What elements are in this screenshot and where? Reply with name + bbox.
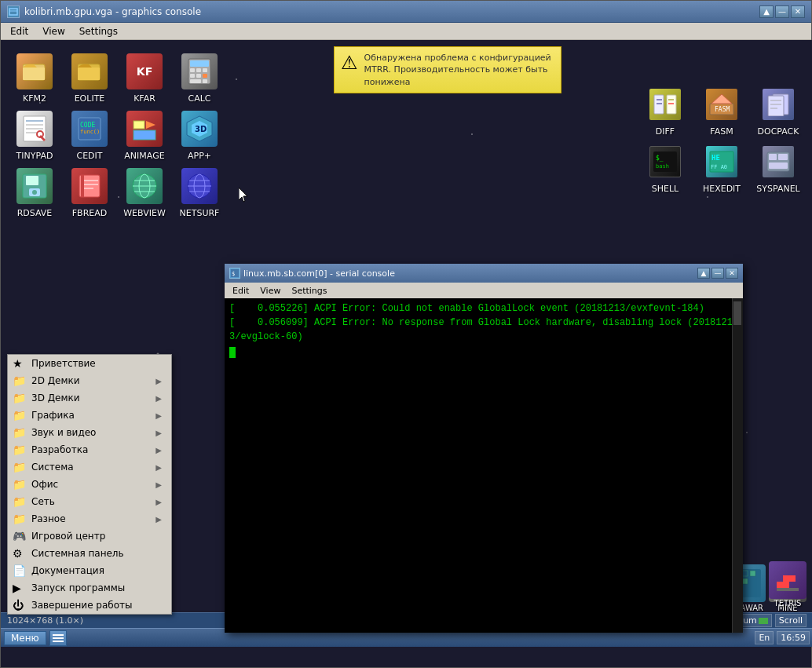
context-menu: ★ Приветствие 📁 2D Демки ▶ 📁 3D Демки ▶ … <box>7 354 172 615</box>
ctx-item-2d[interactable]: 📁 2D Демки ▶ <box>8 372 171 389</box>
icon-calc[interactable]: CALC <box>172 46 227 104</box>
ctx-icon-games: 🎮 <box>13 530 26 542</box>
ctx-label-misc: Разное <box>31 513 66 524</box>
ctx-item-misc[interactable]: 📁 Разное ▶ <box>8 510 171 527</box>
ctx-item-dev[interactable]: 📁 Разработка ▶ <box>8 441 171 458</box>
svg-rect-102 <box>777 588 799 591</box>
serial-scrollbar[interactable] <box>732 298 743 633</box>
ctx-item-graphics[interactable]: 📁 Графика ▶ <box>8 407 171 424</box>
serial-menu-settings[interactable]: Settings <box>287 285 331 297</box>
close-button[interactable]: ✕ <box>791 5 805 18</box>
tetris-label: TETRIS <box>774 599 802 608</box>
serial-minimize-btn[interactable]: ▲ <box>697 268 710 279</box>
ctx-item-audio[interactable]: 📁 Звук и видео ▶ <box>8 424 171 441</box>
ctx-item-office[interactable]: 📁 Офис ▶ <box>8 476 171 493</box>
lang-indicator[interactable]: En <box>755 631 774 644</box>
svg-text:$: $ <box>232 271 235 277</box>
ctx-arrow-2d: ▶ <box>155 377 162 385</box>
icon-docpack[interactable]: DOCPACK <box>750 79 807 137</box>
svg-rect-13 <box>203 74 207 78</box>
icon-animage[interactable]: ANIMAGE <box>117 104 172 161</box>
icon-fasm[interactable]: FASM FASM <box>693 79 750 137</box>
ctx-arrow-3d: ▶ <box>155 394 162 403</box>
svg-rect-9 <box>196 68 201 72</box>
svg-text:3D: 3D <box>195 125 207 133</box>
ctx-label-audio: Звук и видео <box>31 427 96 438</box>
main-window: kolibri.mb.gpu.vga - graphics console ▲ … <box>0 0 812 668</box>
menu-view[interactable]: View <box>36 24 71 38</box>
svg-rect-51 <box>667 95 676 114</box>
icon-tinypad[interactable]: TINYPAD <box>7 104 62 161</box>
svg-rect-87 <box>742 571 748 576</box>
svg-text:FF A0: FF A0 <box>711 164 727 170</box>
ctx-label-docs: Документация <box>31 565 104 576</box>
ctx-arrow-audio: ▶ <box>155 429 162 437</box>
start-button[interactable]: Меню <box>4 631 46 645</box>
tetris-icon[interactable]: TETRIS <box>769 561 807 608</box>
icon-fbread[interactable]: FBREAD <box>62 161 117 218</box>
icon-cedit[interactable]: CODEfunc() CEDIT <box>62 104 117 161</box>
minimize-button[interactable]: ▲ <box>759 5 774 18</box>
restore-button[interactable]: — <box>775 5 789 18</box>
serial-scroll-thumb[interactable] <box>733 301 741 325</box>
svg-rect-15 <box>203 79 207 83</box>
serial-menu-edit[interactable]: Edit <box>228 285 254 297</box>
ctx-item-syspanel[interactable]: ⚙ Системная панель <box>8 545 171 562</box>
status-resolution: 1024×768 (1.0×) <box>7 615 83 626</box>
icon-syspanel[interactable]: SYSPANEL <box>750 137 807 194</box>
taskbar-icon-btn[interactable] <box>49 630 67 646</box>
icon-kfm2[interactable]: KFM2 <box>7 46 62 104</box>
icon-rdsave[interactable]: RDSAVE <box>7 161 62 218</box>
svg-rect-14 <box>190 79 201 83</box>
ctx-icon-office: 📁 <box>13 478 26 491</box>
serial-menu-view[interactable]: View <box>255 285 285 297</box>
ctx-icon-2d: 📁 <box>13 374 26 387</box>
ctx-item-network[interactable]: 📁 Сеть ▶ <box>8 493 171 510</box>
ctx-icon-dev: 📁 <box>13 444 26 456</box>
ctx-icon-run: ▶ <box>13 582 21 594</box>
svg-rect-98 <box>777 582 783 588</box>
clock: 16:59 <box>777 631 810 644</box>
svg-text:HE: HE <box>711 154 720 162</box>
svg-rect-104 <box>53 637 64 639</box>
ctx-item-3d[interactable]: 📁 3D Демки ▶ <box>8 389 171 407</box>
scroll-indicator: Scroll <box>775 614 807 627</box>
notification-icon: ⚠ <box>341 52 358 74</box>
svg-rect-11 <box>190 74 195 78</box>
serial-close-btn[interactable]: ✕ <box>726 268 738 279</box>
ctx-arrow-misc: ▶ <box>155 515 162 524</box>
ctx-arrow-system: ▶ <box>155 463 162 472</box>
svg-text:FASM: FASM <box>715 106 730 113</box>
ctx-icon-welcome: ★ <box>13 357 23 370</box>
ctx-icon-system: 📁 <box>13 461 26 473</box>
ctx-item-welcome[interactable]: ★ Приветствие <box>8 355 171 372</box>
icon-appplus[interactable]: 3D APP+ <box>172 104 227 161</box>
icon-webview[interactable]: WEBVIEW <box>117 161 172 218</box>
ctx-item-docs[interactable]: 📄 Документация <box>8 562 171 579</box>
icon-netsurf[interactable]: NETSURF <box>172 161 227 218</box>
svg-rect-8 <box>190 68 195 72</box>
ctx-arrow-dev: ▶ <box>155 446 162 454</box>
ctx-item-games[interactable]: 🎮 Игровой центр <box>8 527 171 545</box>
svg-rect-103 <box>53 634 64 636</box>
icon-kfar[interactable]: KF KFAR <box>117 46 172 104</box>
svg-rect-101 <box>789 575 796 582</box>
svg-rect-100 <box>783 575 789 582</box>
icon-hexedit[interactable]: HEFF A0 HEXEDIT <box>693 137 750 194</box>
ctx-label-graphics: Графика <box>31 410 75 421</box>
serial-restore-btn[interactable]: — <box>711 268 724 279</box>
icon-diff[interactable]: DIFF <box>637 79 693 137</box>
serial-line-1: [ 0.055226] ACPI Error: Could not enable… <box>229 301 738 316</box>
icon-shell[interactable]: $_bash SHELL <box>637 137 693 194</box>
svg-rect-88 <box>750 571 755 576</box>
ctx-item-system[interactable]: 📁 Система ▶ <box>8 458 171 476</box>
menu-settings[interactable]: Settings <box>73 24 124 38</box>
serial-line-2: [ 0.056099] ACPI Error: No response from… <box>229 316 738 344</box>
ctx-item-run[interactable]: ▶ Запуск программы <box>8 579 171 597</box>
menu-edit[interactable]: Edit <box>4 24 35 38</box>
svg-text:func(): func() <box>80 129 100 135</box>
ctx-label-syspanel: Системная панель <box>31 548 124 559</box>
serial-title-text: linux.mb.sb.com[0] - serial console <box>243 268 395 279</box>
ctx-item-shutdown[interactable]: ⏻ Завершение работы <box>8 597 171 614</box>
icon-eolite[interactable]: EOLITE <box>62 46 117 104</box>
